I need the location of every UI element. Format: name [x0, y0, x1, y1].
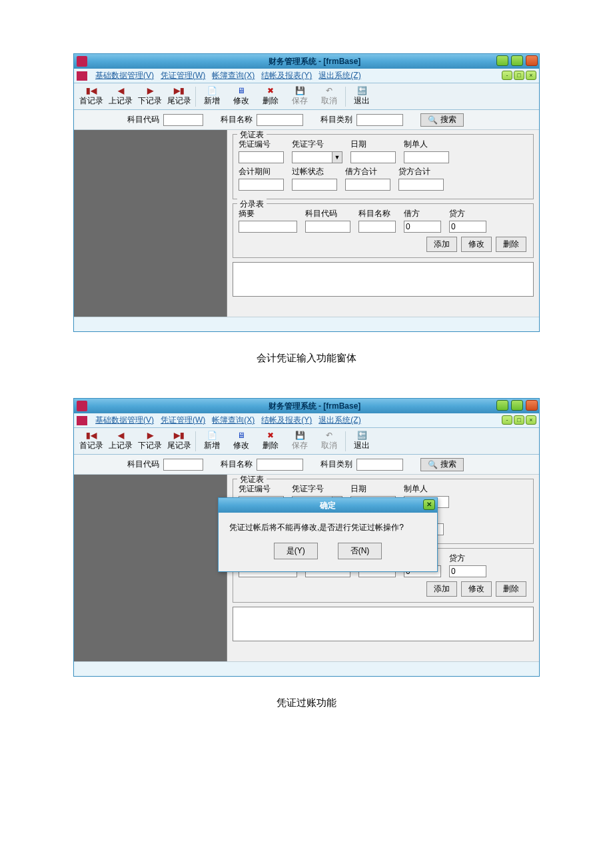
- dialog-close-button[interactable]: ✕: [423, 499, 435, 510]
- titlebar: 财务管理系统 - [frmBase]: [74, 54, 539, 69]
- exit-button[interactable]: 🔙 退出: [347, 85, 376, 109]
- entry-del-button[interactable]: 删除: [496, 237, 526, 252]
- dialog-no-button[interactable]: 否(N): [338, 543, 382, 559]
- search-name-input[interactable]: [257, 459, 303, 471]
- close-button[interactable]: [526, 400, 538, 411]
- entry-grid[interactable]: [233, 262, 534, 297]
- exit-icon: 🔙: [356, 431, 368, 440]
- entry-credit-input[interactable]: [449, 221, 486, 233]
- next-record-button[interactable]: ▶ 下记录: [135, 85, 165, 109]
- voucher-no-input[interactable]: [239, 151, 284, 163]
- edit-button[interactable]: 🖥 修改: [227, 85, 256, 109]
- edit-icon: 🖥: [235, 431, 247, 440]
- prev-record-button[interactable]: ◀上记录: [106, 429, 135, 453]
- menu-closing[interactable]: 结帐及报表(Y): [261, 415, 312, 426]
- minimize-button[interactable]: [496, 55, 508, 66]
- mdi-minimize-button[interactable]: -: [502, 71, 512, 80]
- voucher-word-input[interactable]: [292, 151, 332, 163]
- prev-label: 上记录: [109, 95, 133, 107]
- entry-grid[interactable]: [233, 607, 534, 641]
- voucher-group: 凭证表 凭证编号 凭证字号 ▼ 日期 制单人 会计期间: [233, 134, 534, 199]
- entry-add-button[interactable]: 添加: [426, 237, 457, 252]
- entry-code-input[interactable]: [305, 221, 350, 233]
- entry-name-input[interactable]: [358, 221, 396, 233]
- last-record-button[interactable]: ▶▮尾记录: [165, 429, 194, 453]
- voucher-credit-total-input[interactable]: [398, 179, 444, 191]
- minimize-button[interactable]: [496, 400, 508, 411]
- menu-exit[interactable]: 退出系统(Z): [318, 415, 360, 426]
- maximize-button[interactable]: [511, 400, 523, 411]
- left-grid[interactable]: [74, 130, 227, 317]
- close-button[interactable]: [526, 55, 538, 66]
- menu-ledger[interactable]: 帐簿查询(X): [212, 70, 255, 81]
- menu-closing[interactable]: 结帐及报表(Y): [261, 70, 312, 81]
- voucher-debit-total-label: 借方合计: [345, 166, 390, 177]
- voucher-debit-total-input[interactable]: [345, 179, 390, 191]
- delete-button[interactable]: ✖ 删除: [256, 85, 285, 109]
- add-button[interactable]: 📄新增: [197, 429, 227, 453]
- cancel-button[interactable]: ↶取消: [314, 429, 344, 453]
- search-type-input[interactable]: [356, 459, 403, 471]
- menu-voucher[interactable]: 凭证管理(W): [161, 415, 205, 426]
- voucher-date-label: 日期: [350, 483, 396, 495]
- toolbar: ▮◀首记录 ◀上记录 ▶下记录 ▶▮尾记录 📄新增 🖥修改 ✖删除 💾保存 ↶取…: [74, 428, 539, 455]
- search-name-input[interactable]: [257, 114, 303, 126]
- edit-button[interactable]: 🖥修改: [227, 429, 256, 453]
- search-button[interactable]: 🔍 搜索: [420, 458, 464, 471]
- exit-label: 退出: [354, 95, 370, 107]
- next-record-button[interactable]: ▶下记录: [135, 429, 165, 453]
- save-button[interactable]: 💾 保存: [285, 85, 314, 109]
- mdi-restore-button[interactable]: □: [514, 415, 524, 425]
- voucher-maker-input[interactable]: [404, 151, 449, 163]
- first-record-button[interactable]: ▮◀首记录: [77, 429, 106, 453]
- menu-base-data[interactable]: 基础数据管理(V): [95, 70, 154, 81]
- caption-2: 凭证过账功能: [0, 697, 613, 709]
- search-type-input[interactable]: [356, 114, 403, 126]
- menu-base-data[interactable]: 基础数据管理(V): [95, 415, 154, 426]
- toolbar-sep-1: [195, 87, 196, 107]
- save-button[interactable]: 💾保存: [285, 429, 314, 453]
- search-code-input[interactable]: [163, 459, 203, 471]
- confirm-dialog: 确定 ✕ 凭证过帐后将不能再修改,是否进行凭证过帐操作? 是(Y) 否(N): [218, 497, 438, 572]
- entry-credit-input[interactable]: [449, 565, 486, 577]
- voucher-maker-label: 制单人: [404, 483, 449, 495]
- menu-voucher[interactable]: 凭证管理(W): [161, 70, 205, 81]
- save-label: 保存: [292, 95, 308, 107]
- toolbar: ▮◀ 首记录 ◀ 上记录 ▶ 下记录 ▶▮ 尾记录 📄 新增 🖥: [74, 83, 539, 110]
- dialog-yes-button[interactable]: 是(Y): [274, 543, 318, 559]
- maximize-button[interactable]: [511, 55, 523, 66]
- entry-debit-input[interactable]: [404, 221, 441, 233]
- cancel-button[interactable]: ↶ 取消: [314, 85, 344, 109]
- entry-del-button[interactable]: 删除: [496, 581, 526, 597]
- entry-edit-button[interactable]: 修改: [461, 237, 492, 252]
- search-bar: 科目代码 科目名称 科目类别 🔍 搜索: [74, 110, 539, 130]
- menu-exit[interactable]: 退出系统(Z): [318, 70, 360, 81]
- search-code-input[interactable]: [163, 114, 203, 126]
- search-button[interactable]: 🔍 搜索: [420, 113, 464, 127]
- left-grid[interactable]: [74, 475, 227, 661]
- prev-record-button[interactable]: ◀ 上记录: [106, 85, 135, 109]
- voucher-word-dropdown[interactable]: ▼: [332, 151, 342, 163]
- first-label: 首记录: [79, 95, 103, 107]
- entry-add-button[interactable]: 添加: [426, 581, 457, 597]
- voucher-period-input[interactable]: [239, 179, 284, 191]
- mdi-restore-button[interactable]: □: [514, 71, 524, 80]
- voucher-post-input[interactable]: [292, 179, 337, 191]
- voucher-date-input[interactable]: [350, 151, 396, 163]
- entry-summary-input[interactable]: [239, 221, 297, 233]
- save-icon: 💾: [294, 431, 306, 440]
- add-button[interactable]: 📄 新增: [197, 85, 227, 109]
- delete-button[interactable]: ✖删除: [256, 429, 285, 453]
- delete-icon: ✖: [265, 431, 277, 440]
- first-record-button[interactable]: ▮◀ 首记录: [77, 85, 106, 109]
- last-record-button[interactable]: ▶▮ 尾记录: [165, 85, 194, 109]
- mdi-close-button[interactable]: ×: [526, 415, 536, 425]
- entry-edit-button[interactable]: 修改: [461, 581, 492, 597]
- mdi-minimize-button[interactable]: -: [502, 415, 512, 425]
- search-type-label: 科目类别: [320, 459, 352, 470]
- window-title: 财务管理系统 - [frmBase]: [90, 56, 539, 67]
- right-pane: 凭证表 凭证编号 凭证字号 ▼ 日期 制单人 会计期间: [227, 130, 539, 317]
- exit-button[interactable]: 🔙退出: [347, 429, 376, 453]
- mdi-close-button[interactable]: ×: [526, 71, 536, 80]
- menu-ledger[interactable]: 帐簿查询(X): [212, 415, 255, 426]
